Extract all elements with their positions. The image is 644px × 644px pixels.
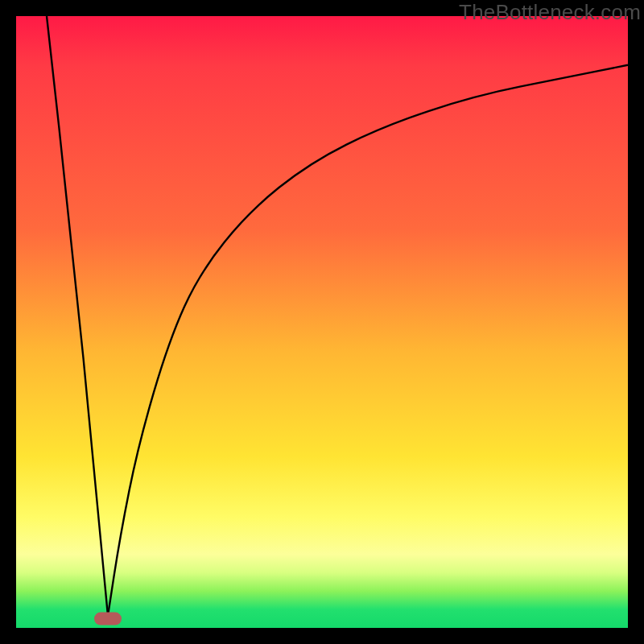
plot-area	[16, 16, 628, 628]
chart-frame: TheBottleneck.com	[0, 0, 644, 644]
